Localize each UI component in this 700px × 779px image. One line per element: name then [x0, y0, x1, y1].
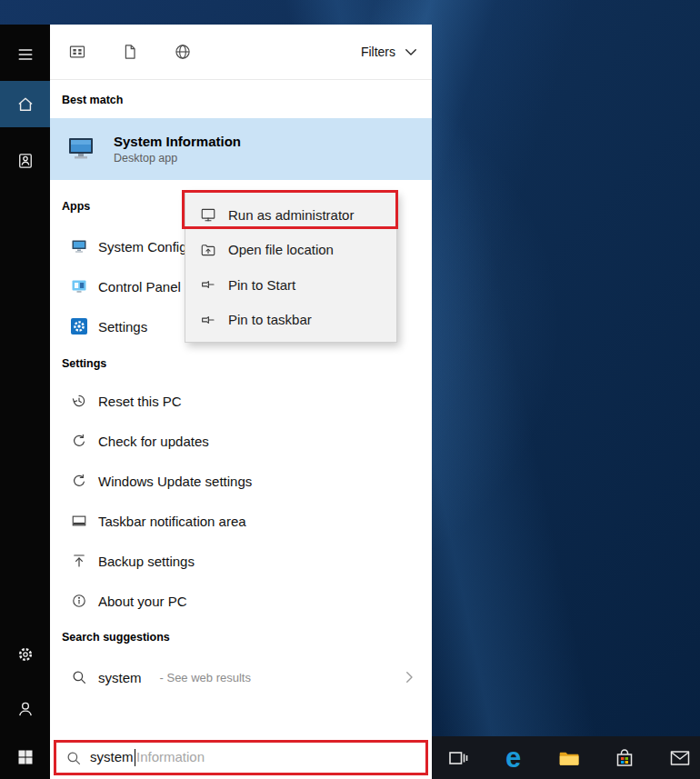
best-match-result[interactable]: System Information Desktop app — [50, 118, 432, 180]
open-file-location-icon — [200, 242, 216, 258]
refresh-icon — [71, 473, 87, 489]
search-panel: Filters Best match System Information De… — [50, 25, 432, 779]
result-label: Windows Update settings — [98, 474, 252, 489]
refresh-icon — [71, 433, 87, 449]
settings-result-backup-settings[interactable]: Backup settings — [50, 541, 432, 581]
home-icon[interactable] — [0, 81, 50, 127]
filters-dropdown[interactable]: Filters — [361, 44, 419, 60]
apps-filter-icon[interactable] — [68, 43, 86, 61]
hamburger-icon[interactable] — [0, 33, 50, 76]
settings-result-windows-update-settings[interactable]: Windows Update settings — [50, 461, 432, 501]
settings-result-about-your-pc[interactable]: About your PC — [50, 581, 432, 621]
pin-icon — [200, 312, 216, 328]
pin-icon — [200, 276, 216, 293]
ctx-open-file-location[interactable]: Open file location — [185, 233, 396, 268]
control-panel-icon — [71, 278, 87, 295]
screen: e Filters Best match — [0, 0, 700, 779]
edge-icon[interactable]: e — [495, 739, 532, 776]
windows-start-icon[interactable] — [0, 735, 50, 779]
taskbar-icons: e — [439, 736, 698, 779]
best-match-subtitle: Desktop app — [114, 152, 241, 165]
search-ghost-suggestion: Information — [136, 749, 205, 764]
search-icon — [65, 750, 82, 766]
search-icon — [71, 669, 87, 685]
search-suggestion-row[interactable]: system - See web results — [50, 657, 432, 697]
filters-label: Filters — [361, 45, 395, 59]
search-value: system — [90, 749, 134, 764]
best-match-header: Best match — [62, 94, 123, 106]
store-icon[interactable] — [605, 739, 643, 776]
apps-header: Apps — [62, 200, 90, 213]
settings-header: Settings — [62, 357, 106, 370]
documents-filter-icon[interactable] — [121, 43, 139, 61]
best-match-title: System Information — [114, 134, 241, 149]
task-view-icon[interactable] — [439, 739, 476, 776]
settings-result-check-for-updates[interactable]: Check for updates — [50, 421, 432, 461]
result-label: About your PC — [98, 594, 187, 609]
settings-result-reset-this-pc[interactable]: Reset this PC — [50, 381, 432, 421]
ctx-run-as-administrator[interactable]: Run as administrator — [185, 197, 396, 233]
system-configuration-icon — [71, 238, 87, 255]
best-match-text: System Information Desktop app — [114, 134, 241, 165]
result-label: Control Panel — [98, 279, 181, 295]
history-icon — [71, 393, 87, 409]
user-icon[interactable] — [0, 687, 50, 731]
result-label: Check for updates — [98, 434, 209, 449]
info-icon — [71, 593, 87, 609]
gear-icon[interactable] — [0, 633, 50, 676]
search-suggestions-header: Search suggestions — [62, 631, 170, 644]
ctx-pin-to-taskbar[interactable]: Pin to taskbar — [185, 303, 396, 338]
result-label: Reset this PC — [98, 394, 182, 409]
suggestion-query: system — [98, 670, 142, 685]
text-caret — [135, 749, 136, 766]
settings-app-icon — [71, 318, 87, 335]
taskbar-rect-icon — [71, 513, 87, 529]
result-label: Backup settings — [98, 554, 195, 569]
start-sidebar — [0, 25, 50, 779]
chevron-right-icon[interactable] — [401, 669, 417, 685]
collection-icon[interactable] — [0, 139, 50, 183]
filter-bar: Filters — [50, 25, 432, 80]
context-menu: Run as administrator Open file location … — [185, 192, 397, 343]
chevron-down-icon — [403, 44, 419, 60]
file-explorer-icon[interactable] — [550, 739, 587, 776]
ctx-pin-to-start[interactable]: Pin to Start — [185, 267, 396, 303]
mail-icon[interactable] — [661, 739, 698, 776]
result-label: Taskbar notification area — [98, 514, 246, 529]
system-information-icon — [65, 135, 96, 163]
search-text: systemInformation — [90, 749, 205, 766]
run-admin-icon — [200, 206, 216, 223]
search-input[interactable]: systemInformation — [54, 740, 428, 775]
upload-icon — [71, 553, 87, 569]
web-filter-icon[interactable] — [174, 43, 192, 61]
result-label: Settings — [98, 319, 147, 335]
settings-result-taskbar-notification-area[interactable]: Taskbar notification area — [50, 501, 432, 541]
suggestion-hint: - See web results — [160, 671, 251, 684]
